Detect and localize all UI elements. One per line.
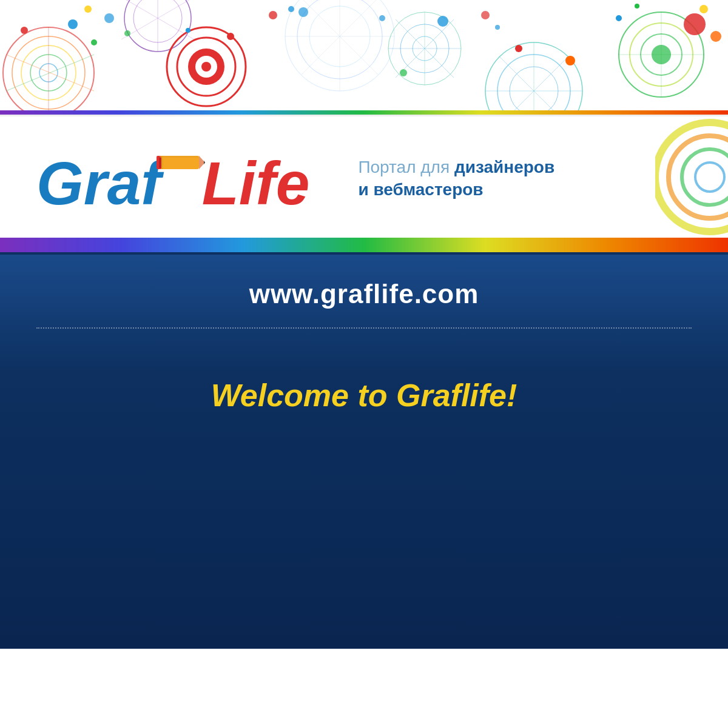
svg-point-68 [124,30,130,36]
svg-point-66 [288,6,294,12]
svg-point-71 [495,25,500,30]
svg-point-9 [21,27,28,34]
tagline-line2: и вебмастеров [358,179,554,201]
svg-point-61 [710,31,721,42]
svg-point-23 [227,33,234,40]
tagline-line1: Портал для [358,158,454,176]
svg-point-43 [437,16,448,27]
svg-point-69 [84,5,92,13]
tagline-designers: дизайнеров [454,158,554,176]
svg-point-44 [400,69,407,76]
svg-point-52 [515,45,522,52]
svg-point-60 [684,13,706,35]
dark-bar [0,252,728,255]
welcome-text: Welcome to Graflife! [49,377,679,413]
svg-point-22 [201,62,211,72]
tagline: Портал для дизайнеров и вебмастеров [358,156,554,201]
svg-point-24 [186,28,190,33]
pencil-icon [157,144,205,180]
svg-point-70 [481,11,490,19]
svg-rect-76 [159,157,161,168]
svg-point-65 [269,11,277,19]
svg-point-34 [298,7,308,17]
svg-point-63 [616,15,622,21]
logo-life: Life [202,153,310,213]
svg-point-10 [68,19,78,29]
svg-point-81 [669,136,728,218]
svg-rect-73 [160,156,199,169]
svg-point-64 [635,4,639,8]
svg-rect-72 [0,110,728,116]
right-deco-circle [655,116,728,238]
logo-area: Graf Life Портал для диза [0,116,728,255]
svg-rect-77 [161,156,163,169]
svg-point-82 [682,149,728,205]
logo-graf: Graf [36,153,161,213]
svg-point-11 [91,39,97,45]
rainbow-bar [0,238,728,252]
welcome-section: Welcome to Graflife! [36,353,692,426]
svg-marker-79 [204,161,205,164]
svg-rect-78 [160,156,199,158]
dotted-divider [36,327,692,329]
svg-point-83 [695,162,724,192]
svg-point-53 [565,56,575,65]
website-url[interactable]: www.graflife.com [36,279,692,309]
svg-point-62 [699,5,708,13]
logo: Graf Life [36,144,309,213]
svg-point-67 [104,13,114,23]
main-section: www.graflife.com Welcome to Graflife! [0,255,728,649]
header-decoration [0,0,728,116]
svg-point-35 [379,15,385,21]
